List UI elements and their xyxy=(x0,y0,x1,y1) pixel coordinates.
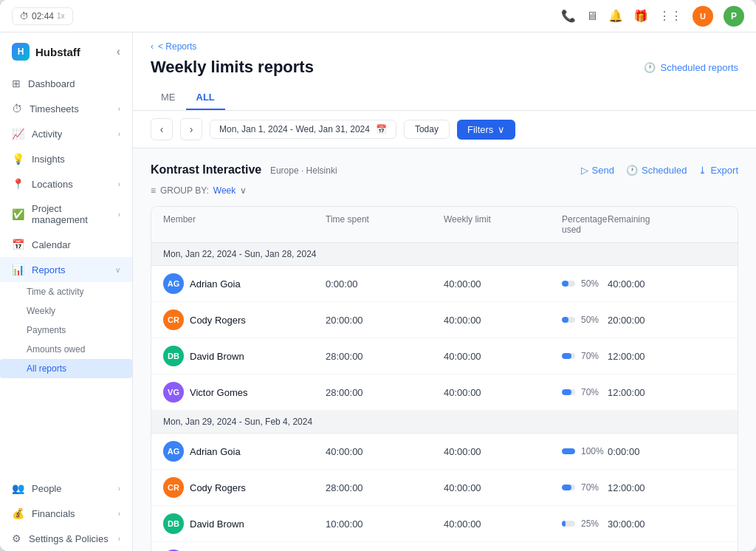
sidebar-item-insights[interactable]: 💡 Insights xyxy=(0,146,132,171)
phone-icon[interactable]: 📞 xyxy=(561,9,576,23)
sidebar-item-dashboard[interactable]: ⊞ Dashboard xyxy=(0,71,132,96)
report-body: Kontrast Interactive Europe · Helsinki ▷… xyxy=(133,148,756,551)
chevron-right-icon: › xyxy=(118,105,120,113)
week-section-1: Mon, Jan 22, 2024 - Sun, Jan 28, 2024 xyxy=(151,243,738,266)
next-period-button[interactable]: › xyxy=(180,118,202,140)
scheduled-reports-button[interactable]: 🕐 Scheduled reports xyxy=(644,62,738,73)
export-button[interactable]: ⤓ Export xyxy=(698,165,738,176)
people-icon: 👥 xyxy=(12,482,24,494)
filters-button[interactable]: Filters ∨ xyxy=(457,120,515,140)
company-location: Europe · Helsinki xyxy=(270,165,337,176)
subnav-payments[interactable]: Payments xyxy=(0,321,132,340)
sidebar-item-settings[interactable]: ⚙ Settings & Policies › xyxy=(0,526,132,551)
sidebar-item-activity[interactable]: 📈 Activity › xyxy=(0,121,132,146)
user-initial-avatar[interactable]: P xyxy=(724,6,744,27)
timer-suffix: 1x xyxy=(57,12,65,20)
avatar: DB xyxy=(163,513,184,534)
sidebar-item-timesheets[interactable]: ⏱ Timesheets › xyxy=(0,96,132,121)
time-spent: 28:00:00 xyxy=(326,482,444,493)
topbar-right: 📞 🖥 🔔 🎁 ⋮⋮ U P xyxy=(561,6,744,27)
percentage-cell: 70% xyxy=(562,482,608,493)
financials-icon: 💰 xyxy=(12,507,24,519)
send-button[interactable]: ▷ Send xyxy=(581,165,614,176)
subnav-amounts-owed[interactable]: Amounts owed xyxy=(0,340,132,359)
company-name: Kontrast Interactive xyxy=(151,163,261,176)
page-title: Weekly limits reports xyxy=(151,58,314,77)
table-row: VG Victor Gomes 28:00:00 40:00:00 70% 12… xyxy=(151,374,738,411)
time-spent: 0:00:00 xyxy=(326,278,444,290)
progress-bar-fill xyxy=(562,353,571,359)
calendar-icon: 📅 xyxy=(12,239,24,250)
sidebar-label-project-mgmt: Project management xyxy=(32,203,111,225)
date-range-picker[interactable]: Mon, Jan 1, 2024 - Wed, Jan 31, 2024 📅 xyxy=(210,120,396,139)
group-by-value[interactable]: Week xyxy=(213,185,236,196)
member-name: Cody Rogers xyxy=(190,315,246,326)
sidebar-logo: H Hubstaff ‹ xyxy=(0,32,132,71)
tab-all[interactable]: ALL xyxy=(186,86,225,110)
remaining: 0:00:00 xyxy=(608,446,726,457)
progress-bar-fill xyxy=(562,485,571,490)
sidebar-item-people[interactable]: 👥 People › xyxy=(0,476,132,501)
insights-icon: 💡 xyxy=(12,153,24,165)
pct-label: 70% xyxy=(581,351,608,361)
sidebar-item-project-mgmt[interactable]: ✅ Project management › xyxy=(0,196,132,232)
remaining: 12:00:00 xyxy=(608,482,726,493)
grid-icon[interactable]: ⋮⋮ xyxy=(659,9,682,23)
chevron-right-icon: › xyxy=(118,211,120,219)
user-avatar[interactable]: U xyxy=(693,6,713,27)
timer-value: 02:44 xyxy=(32,11,54,21)
pct-label: 25% xyxy=(581,519,608,529)
sidebar-item-financials[interactable]: 💰 Financials › xyxy=(0,501,132,526)
locations-icon: 📍 xyxy=(12,178,24,190)
breadcrumb[interactable]: ‹ < Reports xyxy=(151,41,738,52)
subnav-all-reports[interactable]: All reports xyxy=(0,359,132,378)
subnav-weekly[interactable]: Weekly xyxy=(0,301,132,321)
member-name: Adrian Goia xyxy=(190,278,241,290)
progress-bar-bg xyxy=(562,521,575,527)
gift-icon[interactable]: 🎁 xyxy=(633,9,648,23)
sidebar-collapse-btn[interactable]: ‹ xyxy=(117,45,120,58)
percentage-cell: 50% xyxy=(562,315,608,325)
avatar: VG xyxy=(163,382,184,403)
percentage-cell: 25% xyxy=(562,519,608,529)
table-row: DB David Brown 28:00:00 40:00:00 70% 12:… xyxy=(151,338,738,374)
avatar: CR xyxy=(163,477,184,498)
member-name: Victor Gomes xyxy=(190,387,248,398)
tab-me[interactable]: ME xyxy=(151,86,186,110)
content-header: ‹ < Reports Weekly limits reports 🕐 Sche… xyxy=(133,32,756,111)
timer-widget[interactable]: ⏱ 02:44 1x xyxy=(12,7,73,25)
table-header: Member Time spent Weekly limit Percentag… xyxy=(151,207,738,243)
chevron-down-icon[interactable]: ∨ xyxy=(240,185,247,196)
export-label: Export xyxy=(710,165,738,176)
weekly-limit: 40:00:00 xyxy=(444,351,562,362)
member-cell: DB David Brown xyxy=(163,346,326,366)
timesheets-icon: ⏱ xyxy=(12,103,22,114)
remaining: 12:00:00 xyxy=(608,387,726,398)
company-actions: ▷ Send 🕐 Scheduled ⤓ Export xyxy=(581,165,738,176)
time-spent: 28:00:00 xyxy=(326,387,444,398)
chevron-right-icon: › xyxy=(118,180,120,188)
col-percentage: Percentage used xyxy=(562,214,608,235)
avatar: CR xyxy=(163,309,184,330)
monitor-icon[interactable]: 🖥 xyxy=(586,10,598,23)
export-icon: ⤓ xyxy=(698,165,707,176)
progress-bar-bg xyxy=(562,281,575,287)
report-table: Member Time spent Weekly limit Percentag… xyxy=(151,206,738,551)
sidebar-item-calendar[interactable]: 📅 Calendar xyxy=(0,232,132,257)
progress-bar-bg xyxy=(562,353,575,359)
sidebar: H Hubstaff ‹ ⊞ Dashboard ⏱ Timesheets › … xyxy=(0,32,133,551)
main-layout: H Hubstaff ‹ ⊞ Dashboard ⏱ Timesheets › … xyxy=(0,32,756,551)
chevron-right-icon: › xyxy=(118,510,120,518)
prev-period-button[interactable]: ‹ xyxy=(151,118,173,140)
progress-bar-bg xyxy=(562,317,575,323)
percentage-cell: 100% xyxy=(562,446,608,456)
progress-bar-fill xyxy=(562,448,575,454)
progress-bar-bg xyxy=(562,448,575,454)
breadcrumb-text: < Reports xyxy=(158,41,196,52)
sidebar-item-reports[interactable]: 📊 Reports ∨ xyxy=(0,257,132,282)
bell-icon[interactable]: 🔔 xyxy=(608,9,623,23)
subnav-time-activity[interactable]: Time & activity xyxy=(0,282,132,301)
today-button[interactable]: Today xyxy=(404,120,450,139)
scheduled-button[interactable]: 🕐 Scheduled xyxy=(626,165,687,176)
sidebar-item-locations[interactable]: 📍 Locations › xyxy=(0,171,132,196)
